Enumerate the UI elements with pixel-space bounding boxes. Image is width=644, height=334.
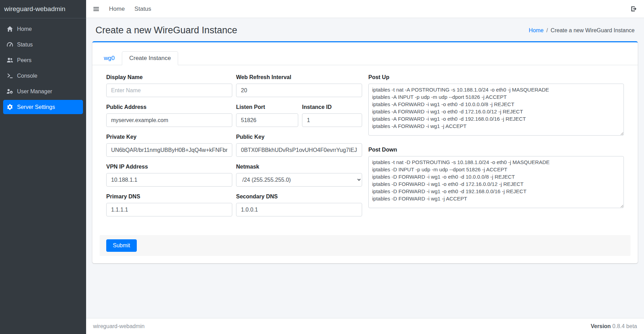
version-label: Version	[591, 323, 611, 329]
sidebar-item-home[interactable]: Home	[3, 22, 83, 36]
instance-tabs: wg0 Create Instance	[92, 42, 638, 65]
brand-link[interactable]: wireguard-webadmin	[0, 0, 86, 18]
form-right-column: Post Up iptables -t nat -A POSTROUTING -…	[368, 74, 624, 223]
public-key-label: Public Key	[236, 134, 362, 140]
sidebar-item-label: Status	[17, 42, 33, 48]
breadcrumb-home-link[interactable]: Home	[529, 27, 544, 34]
peers-icon	[7, 57, 13, 63]
topnav-link-status[interactable]: Status	[134, 6, 151, 12]
netmask-label: Netmask	[236, 164, 362, 170]
public-address-label: Public Address	[106, 104, 232, 110]
sidebar-item-label: Peers	[17, 57, 32, 63]
sidebar-item-label: Home	[17, 26, 32, 32]
post-up-textarea[interactable]: iptables -t nat -A POSTROUTING -s 10.188…	[368, 84, 624, 136]
logout-icon[interactable]	[630, 6, 637, 12]
private-key-label: Private Key	[106, 134, 232, 140]
vpn-ip-address-field[interactable]	[106, 173, 232, 187]
breadcrumb-separator: /	[546, 27, 548, 34]
public-address-field[interactable]	[106, 113, 232, 127]
secondary-dns-label: Secondary DNS	[236, 194, 362, 200]
server-settings-icon	[7, 104, 13, 110]
submit-button[interactable]: Submit	[106, 239, 137, 252]
display-name-field[interactable]	[106, 84, 232, 97]
hamburger-menu-icon[interactable]	[93, 6, 99, 12]
sidebar-nav: Home Status Peers Console	[0, 18, 86, 119]
tab-wg0[interactable]: wg0	[97, 51, 122, 65]
topnav-link-home[interactable]: Home	[109, 6, 125, 12]
sidebar-item-console[interactable]: Console	[3, 69, 83, 83]
footer-brand: wireguard-webadmin	[93, 323, 145, 329]
content-area: Create a new WireGuard Instance Home / C…	[86, 18, 644, 318]
private-key-field[interactable]	[106, 143, 232, 157]
post-down-label: Post Down	[368, 147, 624, 153]
instance-card: wg0 Create Instance Display Name	[92, 41, 638, 263]
console-icon	[7, 72, 13, 79]
display-name-label: Display Name	[106, 74, 232, 80]
app-window: wireguard-webadmin Home Status Peers	[0, 0, 644, 334]
instance-id-label: Instance ID	[302, 104, 362, 110]
netmask-select[interactable]: /24 (255.255.255.0)	[236, 173, 362, 187]
version-text: Version 0.8.4 beta	[591, 323, 637, 329]
breadcrumb: Home / Create a new WireGuard Instance	[529, 27, 635, 34]
listen-port-field[interactable]	[236, 113, 298, 127]
status-icon	[7, 41, 13, 48]
post-up-label: Post Up	[368, 74, 624, 80]
listen-port-label: Listen Port	[236, 104, 298, 110]
main-area: Home Status Create a new WireGuard Insta…	[86, 0, 644, 334]
primary-dns-label: Primary DNS	[106, 194, 232, 200]
version-value: 0.8.4 beta	[612, 323, 637, 329]
home-icon	[7, 26, 13, 32]
sidebar-item-status[interactable]: Status	[3, 37, 83, 52]
primary-dns-field[interactable]	[106, 203, 232, 216]
sidebar-item-label: Console	[17, 73, 37, 79]
secondary-dns-field[interactable]	[236, 203, 362, 216]
form-left-column: Display Name Web Refresh Interval	[106, 74, 362, 223]
top-navbar: Home Status	[86, 0, 644, 18]
page-title: Create a new WireGuard Instance	[95, 25, 237, 36]
web-refresh-interval-label: Web Refresh Interval	[236, 74, 362, 80]
page-footer: wireguard-webadmin Version 0.8.4 beta	[86, 318, 644, 334]
instance-form: Display Name Web Refresh Interval	[92, 65, 638, 263]
sidebar-item-server-settings[interactable]: Server Settings	[3, 100, 83, 114]
content-header: Create a new WireGuard Instance Home / C…	[92, 18, 638, 41]
web-refresh-interval-field[interactable]	[236, 84, 362, 97]
public-key-field[interactable]	[236, 143, 362, 157]
vpn-ip-address-label: VPN IP Address	[106, 164, 232, 170]
sidebar-item-label: User Manager	[17, 88, 52, 95]
post-down-textarea[interactable]: iptables -t nat -D POSTROUTING -s 10.188…	[368, 156, 624, 208]
sidebar: wireguard-webadmin Home Status Peers	[0, 0, 86, 334]
sidebar-item-label: Server Settings	[17, 104, 55, 110]
tab-create-instance[interactable]: Create Instance	[122, 51, 178, 65]
sidebar-item-user-manager[interactable]: User Manager	[3, 84, 83, 99]
sidebar-item-peers[interactable]: Peers	[3, 53, 83, 67]
instance-id-field[interactable]	[302, 113, 362, 127]
form-footer: Submit	[100, 235, 630, 256]
user-manager-icon	[7, 88, 13, 95]
breadcrumb-current: Create a new WireGuard Instance	[551, 27, 635, 34]
